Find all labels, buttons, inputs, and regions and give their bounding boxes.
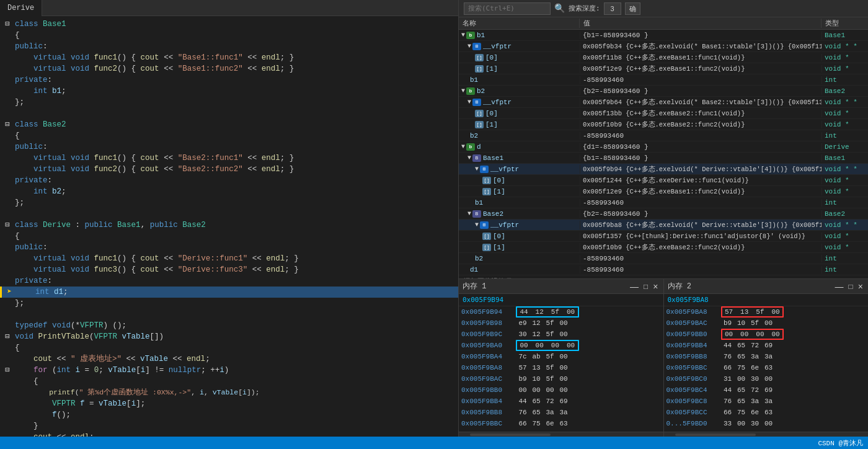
code-line: private: [0,175,458,186]
memory-row: 0x005F9BAC b9 10 5f 00 [459,373,663,385]
memory-row: 0x005F9BBC 66 75 6e 63 [459,418,663,429]
watch-row-d-b1[interactable]: b1 -858993460 int [459,197,868,208]
memory-row: 0x005F9BB4 44 65 72 69 [459,396,663,407]
memory2-address-input[interactable] [666,296,728,304]
memory2-row: 0x005F9BC8 76 65 3a 3a [664,396,869,407]
memory-panel-1: 内存 1 — □ × 0x005F9B94 [459,279,664,437]
memory1-title: 内存 1 [463,281,626,291]
code-line: VFPTR f = vTable[i]; [0,398,458,409]
code-line: cout << " 虚表地址>" << vTable << endl; [0,353,458,365]
memory2-row: 0x005F9BB8 76 65 3a 3a [664,351,869,362]
memory-area: 内存 1 — □ × 0x005F9B94 [459,278,868,437]
code-line: { [0,30,458,41]
code-line: }; [0,197,458,208]
watch-row-b1-1[interactable]: [] [1] 0x005f12e9 {C++多态.exeBase1::func2… [459,63,868,74]
code-line: { [0,342,458,353]
memory-row: 0x005F9BA4 7c ab 5f 00 [459,351,663,362]
code-line: private: [0,74,458,86]
watch-row-b1-0[interactable]: [] [0] 0x005f11b8 {C++多态.exeBase1::func1… [459,52,868,63]
code-line: ⊟ class Base1 [0,19,458,30]
watch-row-d-0[interactable]: [] [0] 0x005f1244 {C++多态.exeDerive::func… [459,175,868,186]
memory1-address-input[interactable] [461,296,523,304]
memory-row: 0x005F9B98 e9 12 5f 00 [459,318,663,329]
search-input[interactable] [464,2,551,15]
watch-row-d-d1[interactable]: d1 -858993460 int [459,264,868,275]
memory2-header: 内存 2 — □ × [664,279,869,294]
watch-row-d-1[interactable]: [] [1] 0x005f12e9 {C++多态.exeBase1::func2… [459,186,868,197]
status-bar: CSDN @青沐凡 [0,437,868,449]
col-type: 类型 [822,19,868,28]
col-value: 值 [580,19,822,28]
code-line: ⊟ class Base2 [0,119,458,130]
memory2-row: 0x005F9BAC b9 10 5f 00 [664,318,869,329]
memory2-dash-btn[interactable]: — [834,282,845,291]
watch-toolbar: 🔍 搜索深度: 确 [459,0,868,17]
watch-row-d-vfptr2[interactable]: ▼ ⊞ __vfptr 0x005f9ba8 {C++多态.exelvoid(*… [459,220,868,231]
watch-row-d-b2[interactable]: b2 -858993460 int [459,253,868,264]
watch-rows[interactable]: ▼ b b1 {b1=-858993460 } Base1 ▼ ⊞ __ [459,30,868,278]
watch-row-b1[interactable]: ▼ b b1 {b1=-858993460 } Base1 [459,30,868,41]
code-content[interactable]: ⊟ class Base1 { public: virtual void fun… [0,16,458,437]
watch-row-b2-b2[interactable]: b2 -858993460 int [459,130,868,141]
watch-row-d-base2[interactable]: ▼ B Base2 {b2=-858993460 } Base2 [459,208,868,220]
watch-row-d-base2-0[interactable]: [] [0] 0x005f1357 {C++[thunk]:Derive::fu… [459,231,868,242]
depth-input[interactable] [604,2,621,15]
memory2-content[interactable]: 0x005F9BA8 57 13 5f 00 [664,306,869,432]
code-line: public: [0,141,458,153]
memory2-row: 0x005F9BB4 44 65 72 69 [664,340,869,351]
memory-row: 0x005F9BB8 76 65 3a 3a [459,407,663,418]
memory-row: 0x005F9BA0 00 00 00 00 [459,340,663,351]
code-line-d1: ➤ int d1; [0,287,458,298]
code-line: virtual void func1() { cout << "Base2::f… [0,153,458,164]
depth-confirm-btn[interactable]: 确 [625,2,640,15]
memory2-row: 0x005F9BC4 44 65 72 69 [664,385,869,396]
watch-row-b1-vfptr[interactable]: ▼ ⊞ __vfptr 0x005f9b34 {C++多态.exelvoid(*… [459,41,868,52]
code-line: ⊟ for (int i = 0; vTable[i] != nullptr; … [0,365,458,376]
memory2-square-btn[interactable]: □ [848,282,854,291]
watch-row-b2-vfptr[interactable]: ▼ ⊞ __vfptr 0x005f9b64 {C++多态.exelvoid(*… [459,97,868,108]
code-line: private: [0,275,458,287]
memory-panel-2: 内存 2 — □ × 0x005F9BA8 [664,279,869,437]
code-line: printf(" 第%d个虚函数地址 :0X%x,->", i, vTable[… [0,387,458,398]
memory2-row-highlight: 0x005F9BA8 57 13 5f 00 [664,306,869,318]
memory2-row: 0x005F9BC0 31 00 30 00 [664,373,869,385]
watch-row-b2-1[interactable]: [] [1] 0x005f10b9 {C++多态.exeBase2::func2… [459,119,868,130]
memory2-row: 0x005F9BBC 66 75 6e 63 [664,362,869,373]
watch-row-d-vfptr[interactable]: ▼ ⊞ __vfptr 0x005f9b94 {C++多态.exelvoid(*… [459,164,868,175]
watch-row-d-base2-1[interactable]: [] [1] 0x005f10b9 {C++多态.exeBase2::func2… [459,242,868,253]
code-line [0,309,458,320]
memory1-dash-btn[interactable]: — [629,282,640,291]
code-line: typedef void(*VFPTR) (); [0,320,458,331]
code-line: int b1; [0,86,458,97]
memory-row: 0x005F9BB0 00 00 00 00 [459,385,663,396]
memory1-close-btn[interactable]: × [652,282,659,291]
code-line: { [0,130,458,141]
code-tab[interactable]: Derive [0,0,42,16]
memory-row: 0x005F9B9C 30 12 5f 00 [459,329,663,340]
watch-row-d[interactable]: ▼ b d {d1=-858993460 } Derive [459,141,868,153]
memory2-row: 0x005F9BCC 66 75 6e 63 [664,407,869,418]
col-name: 名称 [459,19,580,28]
memory2-close-btn[interactable]: × [857,282,864,291]
watch-row-b2-0[interactable]: [] [0] 0x005f13bb {C++多态.exeBase2::func1… [459,108,868,119]
watch-row-b2[interactable]: ▼ b b2 {b2=-858993460 } Base2 [459,86,868,97]
code-line [0,108,458,119]
code-line: virtual void func2() { cout << "Base2::f… [0,164,458,175]
right-panel: 🔍 搜索深度: 确 名称 值 类型 [459,0,868,437]
code-line: }; [0,298,458,309]
code-line: }; [0,97,458,108]
code-line [0,208,458,220]
memory-row: 0x005F9BA8 57 13 5f 00 [459,362,663,373]
code-line: cout << endl; [0,432,458,437]
depth-label: 搜索深度: [569,4,600,13]
memory2-row-partial: 0...5F9BD0 33 00 30 00 [664,418,869,429]
memory1-square-btn[interactable]: □ [642,282,649,291]
code-line: public: [0,41,458,52]
code-panel: Derive ⊟ class Base1 { public: [0,0,459,437]
code-line: virtual void func1() { cout << "Derive::… [0,253,458,264]
code-line: } [0,420,458,432]
memory1-content[interactable]: 0x005F9B94 44 12 5f 00 [459,306,663,432]
code-line: { [0,231,458,242]
watch-row-d-base1[interactable]: ▼ B Base1 {b1=-858993460 } Base1 [459,153,868,164]
watch-row-b1-b1[interactable]: b1 -858993460 int [459,74,868,86]
